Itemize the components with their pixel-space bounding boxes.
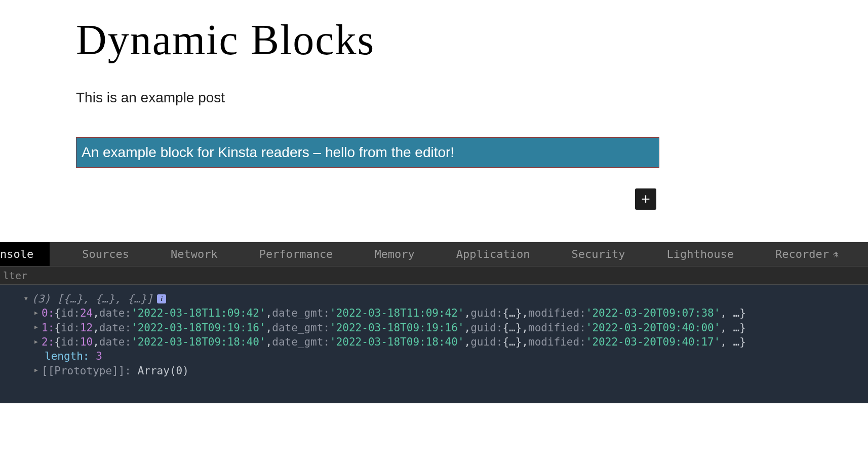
info-icon[interactable]: i <box>157 294 166 303</box>
console-array-prototype[interactable]: [[Prototype]]: Array(0) <box>24 364 868 378</box>
devtools-tabs: nsole Sources Network Performance Memory… <box>0 242 868 266</box>
tab-memory[interactable]: Memory <box>365 242 423 266</box>
devtools-panel: nsole Sources Network Performance Memory… <box>0 242 868 403</box>
tab-security[interactable]: Security <box>563 242 635 266</box>
console-array-length[interactable]: length: 3 <box>24 349 868 363</box>
beaker-icon: ⚗ <box>833 249 839 259</box>
add-block-button[interactable]: + <box>635 188 656 210</box>
console-output: (3) [{…}, {…}, {…}] i 0: {id: 24, date: … <box>0 285 868 403</box>
tab-lighthouse[interactable]: Lighthouse <box>658 242 743 266</box>
example-block[interactable]: An example block for Kinsta readers – he… <box>76 137 659 168</box>
post-paragraph[interactable]: This is an example post <box>76 90 792 106</box>
tab-console[interactable]: nsole <box>0 242 50 266</box>
page-title[interactable]: Dynamic Blocks <box>76 15 792 64</box>
editor-area: Dynamic Blocks This is an example post A… <box>0 0 868 242</box>
console-array-entry[interactable]: 0: {id: 24, date: '2022-03-18T11:09:42',… <box>24 306 868 320</box>
tab-network[interactable]: Network <box>162 242 227 266</box>
plus-icon: + <box>641 190 650 208</box>
console-array-entry[interactable]: 1: {id: 12, date: '2022-03-18T09:19:16',… <box>24 321 868 335</box>
tab-recorder[interactable]: Recorder ⚗ <box>766 242 848 266</box>
tab-performance[interactable]: Performance <box>250 242 342 266</box>
disclosure-down-icon[interactable] <box>24 295 31 303</box>
console-array-summary[interactable]: (3) [{…}, {…}, {…}] i <box>24 292 868 306</box>
disclosure-right-icon[interactable] <box>34 338 42 346</box>
console-array-entry[interactable]: 2: {id: 10, date: '2022-03-18T09:18:40',… <box>24 335 868 349</box>
disclosure-right-icon[interactable] <box>34 310 42 317</box>
disclosure-right-icon[interactable] <box>34 324 42 331</box>
tab-sources[interactable]: Sources <box>73 242 138 266</box>
disclosure-right-icon[interactable] <box>34 367 42 374</box>
console-filter[interactable]: lter <box>0 266 868 285</box>
tab-application[interactable]: Application <box>447 242 539 266</box>
